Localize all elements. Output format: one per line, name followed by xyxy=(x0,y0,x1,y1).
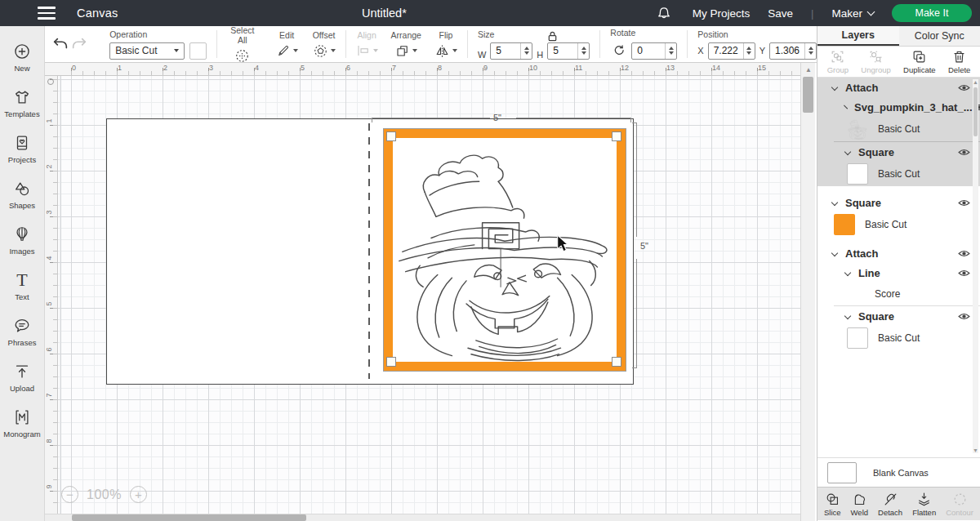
zoom-in-button[interactable]: + xyxy=(130,486,147,503)
project-title[interactable]: Untitled* xyxy=(362,7,407,20)
flatten-button[interactable]: Flatten xyxy=(912,489,936,519)
detach-button[interactable]: Detach xyxy=(878,489,902,519)
sidebar-item-text[interactable]: T Text xyxy=(0,263,45,309)
blank-canvas-label: Blank Canvas xyxy=(873,468,929,478)
notifications-bell-icon[interactable] xyxy=(653,3,675,23)
height-stepper[interactable] xyxy=(577,43,589,59)
operation-color-swatch[interactable] xyxy=(189,42,207,60)
sidebar-item-templates[interactable]: Templates xyxy=(0,80,45,126)
layer-group-attach-1[interactable]: Attach Svg_pumpkin_3_hat_... Basic Cut S… xyxy=(817,78,980,186)
scroll-down-arrow[interactable]: ▼ xyxy=(973,448,978,453)
blank-canvas-row[interactable]: Blank Canvas xyxy=(817,457,980,487)
panel-scrollbar[interactable]: ▲ ▼ xyxy=(973,79,978,453)
ungroup-button[interactable]: Ungroup xyxy=(861,48,890,75)
canvas-color-swatch[interactable] xyxy=(827,462,857,483)
layers-panel: Layers Color Sync Group Ungroup Duplicat… xyxy=(817,26,980,521)
zoom-out-button[interactable]: − xyxy=(61,486,78,503)
canvas-vertical-scrollbar[interactable]: ▲ xyxy=(800,63,815,521)
sidebar-item-phrases[interactable]: Phrases xyxy=(0,309,45,354)
sidebar-item-shapes[interactable]: Shapes xyxy=(0,171,45,217)
layer-sublayer-line[interactable]: Score xyxy=(817,283,980,305)
lock-aspect-icon[interactable] xyxy=(546,29,559,43)
layer-row-attach[interactable]: Attach xyxy=(817,78,980,97)
y-stepper[interactable] xyxy=(804,43,816,59)
chevron-down-icon[interactable] xyxy=(844,149,851,155)
operation-dropdown[interactable]: Basic Cut xyxy=(109,42,185,60)
eye-icon[interactable] xyxy=(958,312,970,321)
hamburger-menu-icon[interactable] xyxy=(38,7,56,20)
eye-icon[interactable] xyxy=(958,249,970,258)
chevron-down-icon[interactable] xyxy=(831,199,838,206)
chevron-down-icon[interactable] xyxy=(844,313,851,319)
scroll-up-arrow[interactable]: ▲ xyxy=(973,79,978,85)
letter-t-icon: T xyxy=(16,271,27,289)
align-button[interactable] xyxy=(356,43,378,58)
rotate-button[interactable] xyxy=(610,41,628,60)
flip-button[interactable] xyxy=(434,43,457,59)
sidebar-item-monogram[interactable]: Monogram xyxy=(0,400,45,446)
layer-row-square-2[interactable]: Square xyxy=(817,193,980,212)
height-input[interactable]: 5 xyxy=(547,42,590,60)
weld-button[interactable]: Weld xyxy=(851,489,868,519)
layer-row-attach-2[interactable]: Attach xyxy=(817,243,980,263)
y-position-input[interactable]: 1.306 xyxy=(769,42,817,60)
slice-button[interactable]: Slice xyxy=(824,489,841,519)
score-fold-line[interactable] xyxy=(368,123,370,379)
x-stepper[interactable] xyxy=(743,43,755,59)
machine-selector[interactable]: Maker xyxy=(831,7,874,20)
chevron-down-icon[interactable] xyxy=(844,269,851,276)
pumpkin-witch-hat-design[interactable] xyxy=(393,137,617,363)
layer-sublayer-square-3[interactable]: Basic Cut xyxy=(817,326,980,350)
my-projects-link[interactable]: My Projects xyxy=(693,7,751,20)
sidebar-item-images[interactable]: Images xyxy=(0,217,45,263)
layer-group-attach-2[interactable]: Attach Line Score Square Basic Cut xyxy=(817,243,980,350)
group-button[interactable]: Group xyxy=(827,48,849,75)
save-link[interactable]: Save xyxy=(768,7,793,20)
make-it-button[interactable]: Make It xyxy=(892,4,972,22)
sidebar-item-upload[interactable]: Upload xyxy=(0,354,45,400)
layer-group-square-2[interactable]: Square Basic Cut xyxy=(817,193,980,237)
x-position-input[interactable]: 7.222 xyxy=(708,42,755,60)
delete-button[interactable]: Delete xyxy=(948,48,970,75)
eye-icon[interactable] xyxy=(958,198,970,207)
shapes-icon xyxy=(13,180,31,198)
tab-layers[interactable]: Layers xyxy=(817,26,899,46)
eye-icon[interactable] xyxy=(958,269,970,278)
tab-color-sync[interactable]: Color Sync xyxy=(899,26,980,46)
canvas-horizontal-scrollbar[interactable] xyxy=(45,514,800,521)
duplicate-button[interactable]: Duplicate xyxy=(903,48,936,75)
horizontal-scroll-thumb[interactable] xyxy=(72,514,306,521)
scroll-up-arrow[interactable]: ▲ xyxy=(801,63,815,76)
sidebar-item-new[interactable]: New xyxy=(0,34,45,80)
layer-sublayer-square-2[interactable]: Basic Cut xyxy=(817,212,980,237)
panel-scroll-thumb[interactable] xyxy=(973,87,978,136)
eye-icon[interactable] xyxy=(958,148,970,157)
edit-button[interactable] xyxy=(276,43,298,58)
selection-dim-tick xyxy=(630,118,631,122)
chevron-down-icon[interactable] xyxy=(844,105,848,109)
contour-button[interactable]: Contour xyxy=(946,489,973,519)
sidebar-item-label: Phrases xyxy=(8,338,37,347)
ruler-origin-icon[interactable] xyxy=(47,78,54,85)
offset-button[interactable] xyxy=(313,43,336,59)
eye-icon[interactable] xyxy=(958,83,970,92)
layer-sublayer-square-1[interactable]: Basic Cut xyxy=(817,162,980,186)
undo-button[interactable] xyxy=(51,34,70,54)
width-input[interactable]: 5 xyxy=(490,42,532,60)
layer-row-square-1[interactable]: Square xyxy=(817,142,980,162)
chevron-down-icon[interactable] xyxy=(831,84,838,91)
canvas-area[interactable]: 012345678910111213141516 123456789 5" 5"… xyxy=(45,63,815,521)
width-stepper[interactable] xyxy=(520,43,532,59)
layer-row-pumpkin[interactable]: Svg_pumpkin_3_hat_... xyxy=(817,97,980,117)
chevron-down-icon[interactable] xyxy=(831,250,838,256)
select-all-button[interactable] xyxy=(234,48,250,64)
sidebar-item-projects[interactable]: Projects xyxy=(0,126,45,171)
rotate-input[interactable]: 0 xyxy=(631,42,677,60)
redo-button[interactable] xyxy=(70,34,89,54)
vertical-scroll-thumb[interactable] xyxy=(803,77,813,113)
arrange-button[interactable] xyxy=(395,43,417,58)
rotate-stepper[interactable] xyxy=(665,43,676,59)
layer-row-line[interactable]: Line xyxy=(817,263,980,283)
layer-sublayer-pumpkin[interactable]: Basic Cut xyxy=(817,117,980,141)
layer-row-square-3[interactable]: Square xyxy=(817,306,980,326)
